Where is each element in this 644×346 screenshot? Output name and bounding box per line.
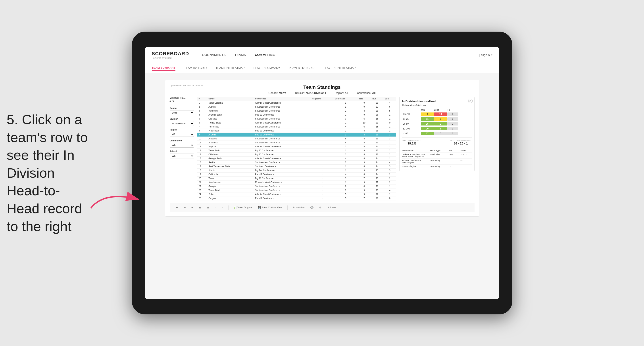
- table-row[interactable]: 7 Tennessee Southeastern Conference - 4 …: [197, 125, 396, 129]
- cell-rds: 7: [358, 176, 370, 180]
- h2h-label-2650: 26-50: [403, 123, 421, 125]
- cell-rds: 9: [358, 105, 370, 109]
- h2h-close-button[interactable]: ✕: [468, 99, 472, 103]
- toolbar-undo[interactable]: ↩: [174, 205, 180, 210]
- table-row[interactable]: 2 Auburn Southeastern Conference - 1 9 2…: [197, 105, 396, 109]
- table-row[interactable]: 6 Florida State Atlantic Coast Conferenc…: [197, 121, 396, 125]
- logo-area: SCOREBOARD Powered by clippd: [152, 51, 189, 59]
- tournament-row-2[interactable]: Arizona Thunderbirds Intercollegiate Str…: [402, 159, 472, 165]
- cell-tour: 27: [370, 192, 384, 196]
- nav-tournaments[interactable]: TOURNAMENTS: [200, 52, 226, 58]
- table-row[interactable]: 14 Oklahoma Big 12 Conference - 2 8 26 2: [197, 153, 396, 157]
- table-row[interactable]: 10 Alabama Southeastern Conference - 5 8…: [197, 137, 396, 141]
- table-row[interactable]: 22 Georgia Southeastern Conference - 8 8…: [197, 184, 396, 188]
- cell-num: 24: [197, 192, 207, 196]
- toolbar-watch[interactable]: 👁 Watch ▾: [291, 205, 306, 210]
- table-row[interactable]: 20 Texas Big 12 Conference - 3 7 20 2: [197, 176, 396, 180]
- cell-reg-rank: -: [310, 188, 334, 192]
- table-row[interactable]: 15 Georgia Tech Atlantic Coast Conferenc…: [197, 157, 396, 161]
- tournament-type-1: Match Play: [430, 153, 448, 158]
- nav-committee[interactable]: COMMITTEE: [255, 52, 275, 58]
- cell-school: Alabama: [207, 137, 254, 141]
- rounds-slider[interactable]: [170, 104, 194, 104]
- toolbar-redo[interactable]: ↪: [182, 205, 188, 210]
- toolbar-forward[interactable]: ⇥: [190, 205, 195, 210]
- toolbar-settings[interactable]: ⚙: [318, 205, 323, 210]
- region-select[interactable]: N/A: [170, 132, 194, 137]
- table-row[interactable]: 25 Oregon Pac-12 Conference - 5 7 21 0: [197, 196, 396, 200]
- table-row[interactable]: 19 California Pac-12 Conference - 4 8 24…: [197, 173, 396, 176]
- cell-num: 6: [197, 121, 207, 125]
- subnav-player-summary[interactable]: PLAYER SUMMARY: [254, 65, 280, 70]
- cell-reg-rank: -: [310, 133, 334, 137]
- cell-conference: Pac-12 Conference: [254, 129, 310, 133]
- toolbar-grid[interactable]: ⊞: [197, 205, 203, 210]
- table-row[interactable]: 18 Illinois Big Ten Conference - 1 9 23 …: [197, 169, 396, 173]
- toolbar-circle[interactable]: ○: [220, 205, 225, 210]
- table-row[interactable]: 4 Arizona State Pac-12 Conference - 2 9 …: [197, 113, 396, 117]
- cell-school: Arizona State: [207, 113, 254, 117]
- subnav-team-h2h-grid[interactable]: TEAM H2H GRID: [184, 65, 207, 70]
- cell-rds: 9: [358, 169, 370, 173]
- table-row[interactable]: 11 Arkansas Southeastern Conference - 6 …: [197, 141, 396, 145]
- h2h-row-top10: Top 10 3 13 0: [402, 112, 472, 116]
- tournament-row-3[interactable]: Cabo Collegiate Stroke Play 11 17: [402, 165, 472, 168]
- conference-label: Conference: [170, 139, 194, 142]
- tournament-row-1[interactable]: Jackson T. Stephens Cup Men's Match-Play…: [402, 153, 472, 159]
- table-row[interactable]: 24 Duke Atlantic Coast Conference - 5 9 …: [197, 192, 396, 196]
- cell-conference: Southeastern Conference: [254, 105, 310, 109]
- gender-select[interactable]: Men's: [170, 110, 194, 115]
- h2h-stats: Opponents in division: 99.1% W-L-T recor…: [402, 139, 472, 145]
- nav-teams[interactable]: TEAMS: [234, 52, 246, 58]
- cell-reg-rank: -: [310, 141, 334, 145]
- cell-school: Arizona: [207, 133, 254, 137]
- cell-conference: Atlantic Coast Conference: [254, 157, 310, 161]
- cell-tour: 24: [370, 173, 384, 176]
- table-row[interactable]: 3 Vanderbilt Southeastern Conference - 2…: [197, 109, 396, 113]
- toolbar-save-custom[interactable]: 💾 Save Custom View: [256, 205, 284, 210]
- toolbar-minus[interactable]: ⊟: [205, 205, 210, 210]
- division-select[interactable]: NCAA Division I: [170, 121, 194, 126]
- h2h-opponents-value: 99.1%: [402, 142, 422, 145]
- cell-reg-rank: -: [310, 149, 334, 153]
- table-row[interactable]: 1 North Carolina Atlantic Coast Conferen…: [197, 101, 396, 105]
- table-row[interactable]: 23 Texas A&M Southeastern Conference - 9…: [197, 188, 396, 192]
- cell-school: Texas A&M: [207, 188, 254, 192]
- logo-title: SCOREBOARD: [152, 51, 189, 57]
- cell-reg-rank: -: [310, 157, 334, 161]
- cell-conf-rank: 8: [334, 184, 358, 188]
- h2h-loss-1125: 8: [434, 117, 447, 121]
- nav-sign-out[interactable]: | Sign out: [480, 53, 492, 57]
- cell-win: 4: [384, 188, 396, 192]
- subnav-player-h2h-heatmap[interactable]: PLAYER H2H HEATMAP: [324, 65, 356, 70]
- subnav-team-summary[interactable]: TEAM SUMMARY: [152, 65, 176, 71]
- cell-school: East Tennessee State: [207, 165, 254, 169]
- meta-gender: Gender: Men's: [268, 91, 286, 95]
- school-select[interactable]: (All): [170, 154, 194, 159]
- subnav-player-h2h-grid[interactable]: PLAYER H2H GRID: [289, 65, 314, 70]
- cell-reg-rank: -: [310, 117, 334, 121]
- table-row[interactable]: 8 Washington Pac-12 Conference - 2 8 23 …: [197, 129, 396, 133]
- cell-win: 0: [384, 121, 396, 125]
- h2h-row-51100: 51-100 20 3 0: [402, 127, 472, 131]
- toolbar-view-original[interactable]: 📊 View: Original: [232, 205, 254, 210]
- table-row[interactable]: 16 Florida Southeastern Conference - 7 9…: [197, 161, 396, 165]
- table-row[interactable]: 13 Texas Tech Big 12 Conference - 1 9 27…: [197, 149, 396, 153]
- top-nav: SCOREBOARD Powered by clippd TOURNAMENTS…: [145, 47, 499, 63]
- table-row[interactable]: 21 New Mexico Mountain West Conference -…: [197, 180, 396, 184]
- h2h-label-top10: Top 10: [403, 113, 421, 115]
- table-row[interactable]: 5 Ole Miss Southeastern Conference - 3 6…: [197, 117, 396, 121]
- toolbar-share[interactable]: ⬆ Share: [326, 205, 338, 210]
- toolbar-add[interactable]: +: [213, 205, 218, 210]
- table-row[interactable]: 9 Arizona Pac-12 Conference - 3 8 23 3: [197, 133, 396, 137]
- h2h-panel-title: In Division Head-to-Head: [402, 100, 472, 103]
- cell-tour: 27: [370, 149, 384, 153]
- conference-select[interactable]: (All): [170, 143, 194, 148]
- cell-reg-rank: -: [310, 101, 334, 105]
- toolbar-comment[interactable]: 💬: [308, 205, 315, 210]
- cell-tour: 24: [370, 157, 384, 161]
- table-row[interactable]: 12 Virginia Atlantic Coast Conference - …: [197, 145, 396, 149]
- subnav-team-h2h-heatmap[interactable]: TEAM H2H HEATMAP: [216, 65, 244, 70]
- cell-num: 19: [197, 173, 207, 176]
- table-row[interactable]: 17 East Tennessee State Southern Confere…: [197, 165, 396, 169]
